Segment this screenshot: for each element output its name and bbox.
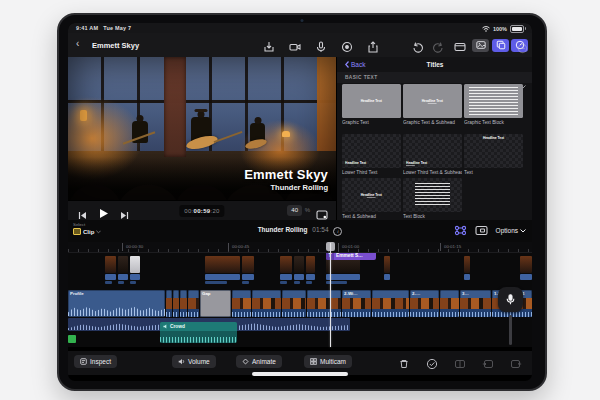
clip[interactable] [188,290,199,317]
title-preset-graphic-text-block[interactable]: Graphic Text Block [464,84,523,125]
clip[interactable] [372,290,409,317]
crowd-audio-clip[interactable]: Crowd [160,322,237,343]
options-button[interactable]: Options [496,227,526,234]
animate-button[interactable]: Animate [236,355,282,368]
connect-clip-icon[interactable] [454,356,466,368]
timecode-display[interactable]: 00:00:59:20 [179,205,224,217]
range-start-marker [68,335,76,343]
clip-profile[interactable]: Profile [68,290,165,317]
title-preset-lower-third-text-subhead[interactable]: Headline Text Lower Third Text & Subhead [403,134,462,175]
title-preset-graphic-text[interactable]: Headline Text Graphic Text [342,84,401,125]
connected-clip[interactable] [384,256,390,280]
media-browser-icon[interactable] [454,39,466,51]
thumb-subhead-line [367,197,376,198]
append-clip-icon[interactable] [510,356,522,368]
connected-clip[interactable] [326,256,360,284]
connected-clip[interactable] [520,256,532,280]
clip-label: Crowd [170,324,185,329]
hide-browser-icon[interactable] [517,40,528,51]
info-icon[interactable]: i [333,227,342,236]
clip[interactable] [282,290,306,317]
connected-clip[interactable] [280,256,292,284]
primary-storyline: Profile Gap 2-Wi [68,290,532,317]
connected-clip[interactable] [464,256,470,280]
clip[interactable] [307,290,341,317]
section-header[interactable]: BASIC TEXT [337,72,532,83]
timeline-scrollbar[interactable] [509,315,512,345]
clip[interactable] [166,290,172,317]
section-label: BASIC TEXT [345,75,378,80]
back-chevron-icon[interactable]: ‹ [76,38,79,50]
title-preset-text-subhead[interactable]: Headline Text Text & Subhead [342,178,401,219]
connected-clip[interactable] [105,256,116,284]
title-preset-lower-third-text[interactable]: Headline Text Lower Third Text [342,134,401,175]
microphone-icon[interactable] [315,39,327,51]
connected-clip[interactable] [306,256,315,284]
clip-3[interactable]: 3… [460,290,491,317]
insert-clip-icon[interactable] [482,356,494,368]
redo-icon[interactable] [432,39,444,51]
timeline-duration: 01:54 [312,226,328,233]
volume-button[interactable]: Volume [172,355,216,368]
audio-waveform [68,304,165,316]
connected-clip[interactable] [118,256,128,284]
inspect-button[interactable]: Inspect [74,355,117,368]
speaker-icon [178,358,185,365]
preset-label: Graphic Text & Subhead [403,120,462,125]
speaker-icon [163,324,168,329]
timeline-header-right: Options [454,225,526,236]
timecode-frames: :20 [210,208,219,214]
photos-browser-icon[interactable] [472,39,489,52]
chevron-down-icon [520,229,526,233]
playhead[interactable] [330,243,331,347]
clip[interactable] [252,290,281,317]
approve-icon[interactable] [426,356,438,368]
connected-clip[interactable] [294,256,304,284]
voiceover-record-button[interactable] [498,287,523,312]
thumb-headline: Headline Text [422,99,443,102]
preset-label: Text & Subhead [342,214,401,219]
viewer-zoom-value[interactable]: 40 [287,205,302,216]
clip-gap[interactable]: Gap [200,290,231,317]
button-label: Animate [252,358,276,365]
clip-label: 3… [460,290,491,298]
multicam-button[interactable]: Multicam [304,355,352,368]
clock: 9:41 AM [76,25,98,31]
connected-clip[interactable] [130,256,140,284]
clip[interactable] [232,290,251,317]
home-indicator[interactable] [252,372,348,376]
camera-icon[interactable] [289,39,301,51]
titles-browser-icon[interactable] [492,39,509,52]
timeline-project-title: Thunder Rolling [258,226,308,233]
clip-label: Gap [200,290,231,298]
timeline-tracks[interactable]: T Emmett S… Profile [68,253,532,347]
connected-clip[interactable] [242,256,254,284]
object-tracker-icon[interactable] [454,225,467,236]
front-camera [301,19,304,22]
connected-clip[interactable] [205,256,240,284]
title-preset-text-block[interactable]: Text Block [403,178,462,219]
overlay-clip-icon[interactable] [475,225,488,236]
undo-icon[interactable] [412,39,424,51]
clip-2-wide[interactable]: 2-Wi… [342,290,371,317]
preset-label: Lower Third Text & Subhead [403,170,462,175]
share-icon[interactable] [367,39,379,51]
thumb-headline: Headline Text [345,162,366,165]
thumb-subhead-line [428,103,437,104]
delete-icon[interactable] [398,356,410,368]
title-clip[interactable]: T Emmett S… [326,253,376,260]
overlay-subtitle: Thunder Rolling [244,183,328,192]
clip[interactable] [180,290,187,317]
inspector-icon [80,358,87,365]
thumb-text-lines [469,87,518,115]
clip[interactable] [173,290,179,317]
title-preset-text[interactable]: Headline Text Text [464,134,523,175]
capture-icon[interactable] [341,39,353,51]
title-preset-graphic-text-subhead[interactable]: Headline Text Graphic Text & Subhead [403,84,462,125]
clip-2[interactable]: 2-… [410,290,439,317]
video-viewer[interactable]: Emmett Skyy Thunder Rolling [68,57,336,200]
import-icon[interactable] [263,39,275,51]
clip[interactable] [440,290,459,317]
wifi-icon [482,26,490,32]
timeline-ruler[interactable]: 00:00:30 00:00:45 00:01:00 00:01:15 [68,242,532,253]
